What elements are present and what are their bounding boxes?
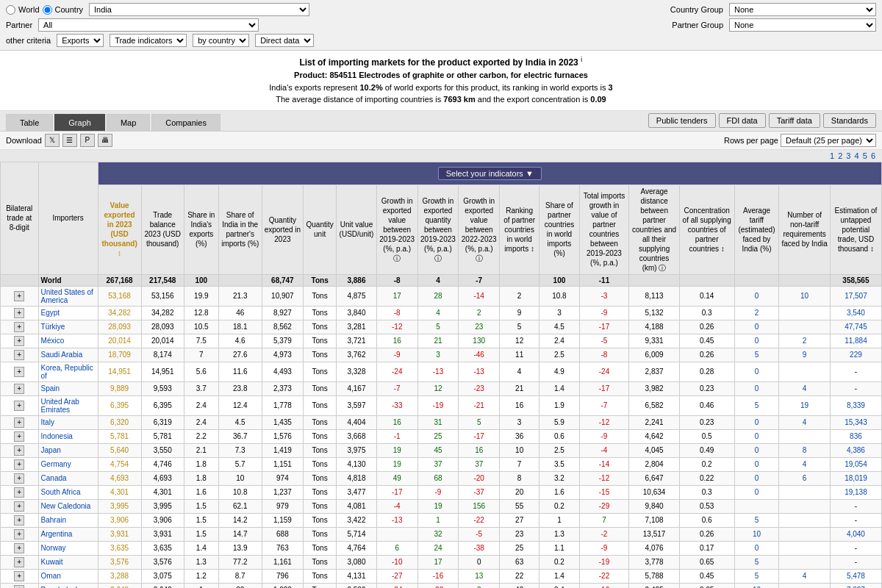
importer-link[interactable]: México	[41, 337, 65, 345]
select-indicators-btn[interactable]: Select your indicators ▼	[438, 167, 542, 180]
trade-indicators-select[interactable]: Trade indicators	[110, 34, 187, 47]
page-6-link[interactable]: 6	[871, 151, 875, 160]
expand-btn[interactable]: +	[14, 557, 24, 567]
country-radio[interactable]	[43, 5, 52, 15]
cell-link[interactable]: 15,343	[845, 418, 867, 426]
page-2-link[interactable]: 2	[838, 151, 842, 160]
importer-link[interactable]: New Caledonia	[41, 502, 91, 510]
cell-link[interactable]: 9,889	[110, 384, 129, 392]
by-country-select[interactable]: by country	[193, 34, 249, 47]
cell-link[interactable]: 5	[755, 401, 759, 409]
cell-link[interactable]: 3,995	[110, 502, 129, 510]
cell-link[interactable]: 0	[755, 337, 759, 345]
importer-link[interactable]: Norway	[41, 544, 66, 552]
cell-link[interactable]: 0	[755, 323, 759, 331]
tariff-data-btn[interactable]: Tariff data	[769, 113, 820, 128]
download-xls-btn[interactable]: 𝕏	[45, 134, 60, 147]
tab-companies[interactable]: Companies	[151, 114, 220, 131]
cell-link[interactable]: 836	[850, 432, 862, 440]
expand-btn[interactable]: +	[14, 543, 24, 553]
cell-link[interactable]: 229	[850, 351, 862, 359]
cell-link[interactable]: 0	[755, 432, 759, 440]
page-5-link[interactable]: 5	[863, 151, 867, 160]
cell-link[interactable]: 8	[803, 446, 807, 454]
importer-link[interactable]: South Africa	[41, 488, 81, 496]
cell-link[interactable]: 14,951	[108, 368, 131, 376]
cell-link[interactable]: 0	[755, 488, 759, 496]
cell-link[interactable]: 6	[803, 474, 807, 482]
cell-link[interactable]: 10	[753, 530, 761, 538]
cell-link[interactable]: 5	[755, 572, 759, 580]
public-tenders-btn[interactable]: Public tenders	[648, 113, 716, 128]
cell-link[interactable]: 4	[803, 460, 807, 468]
tab-table[interactable]: Table	[6, 114, 53, 131]
expand-btn[interactable]: +	[14, 473, 24, 484]
expand-btn[interactable]: +	[14, 459, 24, 470]
expand-btn[interactable]: +	[14, 384, 24, 394]
cell-link[interactable]: 18,019	[845, 474, 867, 482]
cell-link[interactable]: 19	[800, 401, 808, 409]
importer-link[interactable]: Kuwait	[41, 558, 63, 566]
cell-link[interactable]: 47,745	[845, 323, 867, 331]
expand-btn[interactable]: +	[14, 501, 24, 512]
importer-link[interactable]: United Arab Emirates	[41, 398, 79, 414]
cell-link[interactable]: 3,931	[110, 530, 129, 538]
cell-link[interactable]: 10	[800, 292, 808, 300]
cell-link[interactable]: 5	[755, 516, 759, 524]
cell-link[interactable]: 3,576	[110, 558, 129, 566]
importer-link[interactable]: Türkiye	[41, 323, 65, 331]
importer-link[interactable]: Spain	[41, 384, 60, 392]
exports-select[interactable]: Exports	[57, 34, 104, 47]
expand-btn[interactable]: +	[14, 445, 24, 456]
expand-btn[interactable]: +	[14, 431, 24, 442]
standards-btn[interactable]: Standards	[823, 113, 876, 128]
importer-link[interactable]: Bahrain	[41, 516, 66, 524]
cell-link[interactable]: 19,054	[845, 460, 867, 468]
cell-link[interactable]: 3,540	[847, 309, 865, 317]
country-group-select[interactable]: None	[729, 3, 876, 16]
direct-data-select[interactable]: Direct data	[255, 34, 314, 47]
cell-link[interactable]: 5	[755, 351, 759, 359]
importer-link[interactable]: Oman	[41, 572, 61, 580]
expand-btn[interactable]: +	[14, 515, 24, 526]
cell-link[interactable]: 0	[755, 384, 759, 392]
page-3-link[interactable]: 3	[846, 151, 850, 160]
cell-link[interactable]: 9	[803, 351, 807, 359]
expand-btn[interactable]: +	[14, 291, 24, 301]
cell-link[interactable]: 5,781	[110, 432, 129, 440]
cell-link[interactable]: 0	[755, 460, 759, 468]
fdi-data-btn[interactable]: FDI data	[719, 113, 766, 128]
expand-btn[interactable]: +	[14, 487, 24, 498]
cell-link[interactable]: 6,395	[110, 401, 129, 409]
cell-link[interactable]: 3,635	[110, 544, 129, 552]
cell-link[interactable]: 0	[755, 292, 759, 300]
cell-link[interactable]: 0	[755, 544, 759, 552]
cell-link[interactable]: 11,884	[845, 337, 867, 345]
partner-select[interactable]: All	[38, 18, 259, 32]
print-btn[interactable]: 🖶	[98, 134, 112, 147]
tab-graph[interactable]: Graph	[54, 114, 105, 131]
cell-link[interactable]: 5	[755, 558, 759, 566]
cell-link[interactable]: 53,168	[108, 292, 131, 300]
cell-link[interactable]: 0	[755, 368, 759, 376]
cell-link[interactable]: 0	[755, 418, 759, 426]
cell-link[interactable]: 20,014	[108, 337, 131, 345]
cell-link[interactable]: 4,301	[110, 488, 129, 496]
cell-link[interactable]: 2	[755, 309, 759, 317]
cell-link[interactable]: 3,288	[110, 572, 129, 580]
cell-link[interactable]: 28,093	[108, 323, 131, 331]
importer-link[interactable]: Saudi Arabia	[41, 351, 83, 359]
tab-map[interactable]: Map	[107, 114, 150, 131]
cell-link[interactable]: 4	[803, 384, 807, 392]
cell-link[interactable]: 5,478	[847, 572, 865, 580]
expand-btn[interactable]: +	[14, 336, 24, 346]
expand-btn[interactable]: +	[14, 529, 24, 539]
importer-link[interactable]: Indonesia	[41, 432, 73, 440]
page-4-link[interactable]: 4	[855, 151, 859, 160]
page-1-link[interactable]: 1	[830, 151, 834, 160]
importer-link[interactable]: Japan	[41, 446, 61, 454]
cell-link[interactable]: 18,709	[108, 351, 131, 359]
expand-btn[interactable]: +	[14, 350, 24, 360]
expand-btn[interactable]: +	[14, 367, 24, 377]
world-radio[interactable]	[6, 5, 15, 15]
